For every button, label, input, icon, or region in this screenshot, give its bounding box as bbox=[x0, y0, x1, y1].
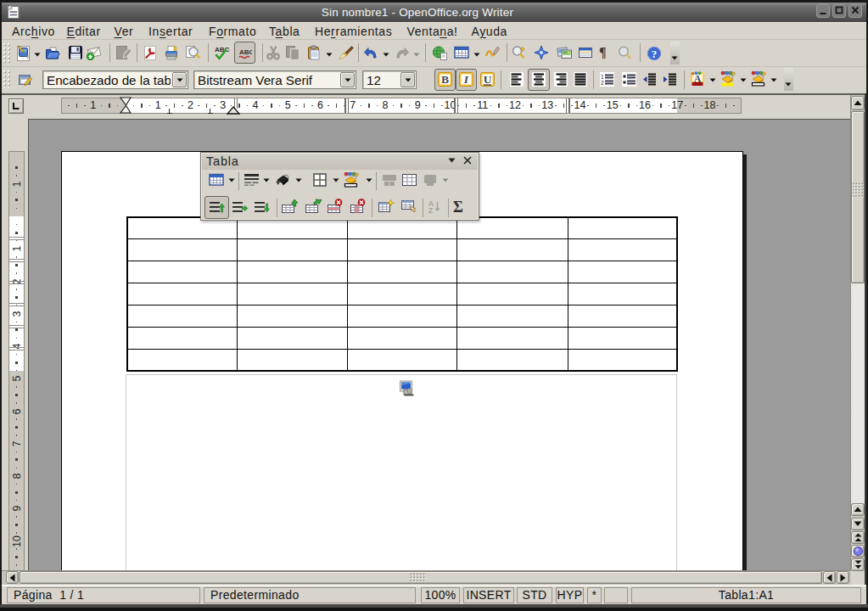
svg-text:I: I bbox=[463, 73, 469, 86]
svg-text:ABC: ABC bbox=[239, 48, 252, 56]
svg-text:2: 2 bbox=[601, 80, 604, 86]
svg-text:U: U bbox=[484, 73, 492, 86]
svg-text:Σ: Σ bbox=[453, 199, 463, 216]
svg-text:B: B bbox=[441, 73, 449, 86]
svg-text:Z: Z bbox=[428, 206, 433, 215]
svg-text:?: ? bbox=[652, 48, 658, 60]
svg-text:1: 1 bbox=[601, 74, 604, 80]
svg-text:ABC: ABC bbox=[215, 46, 230, 53]
svg-text:¶: ¶ bbox=[599, 45, 607, 59]
